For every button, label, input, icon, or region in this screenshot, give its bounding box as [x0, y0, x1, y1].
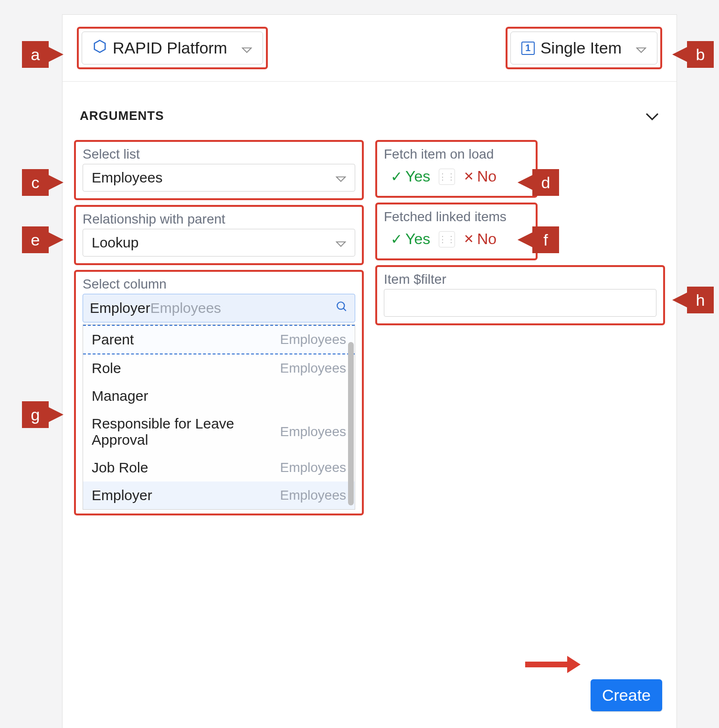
dropdown-item-employer[interactable]: Employer Employees: [83, 482, 355, 509]
arrow-right-icon: [48, 407, 63, 422]
option-label: Employer: [92, 487, 152, 503]
chevron-down-icon: [645, 106, 659, 126]
svg-marker-2: [637, 48, 645, 52]
annotation-b: b: [672, 41, 714, 68]
field-label: Fetch item on load: [384, 147, 529, 162]
field-label: Item $filter: [384, 272, 656, 287]
item-filter-input[interactable]: [384, 289, 656, 317]
annotation-e: e: [22, 226, 63, 253]
dropdown-item-role[interactable]: Role Employees: [83, 354, 355, 382]
cross-icon: ✕: [464, 232, 474, 246]
field-label: Fetched linked items: [384, 209, 529, 225]
item-type-selector-outline: 1 Single Item: [506, 27, 662, 69]
no-label: No: [477, 168, 497, 185]
column-dropdown: Parent Employees Role Employees Manager: [83, 324, 355, 510]
item-type-selector[interactable]: 1 Single Item: [510, 32, 657, 64]
chevron-down-icon: [336, 170, 346, 186]
drag-handle-icon[interactable]: ⋮⋮: [439, 169, 455, 185]
annotation-label: a: [22, 41, 49, 68]
hexagon-icon: [93, 39, 107, 57]
yesno-toggle: ✓ Yes ⋮⋮ ✕ No: [384, 226, 529, 252]
fetched-linked-field: Fetched linked items ✓ Yes ⋮⋮ ✕ No: [375, 203, 538, 260]
arrow-right-icon: [48, 47, 63, 62]
config-panel: RAPID Platform 1 Single Item ARGUMENTS: [62, 14, 677, 728]
yesno-toggle: ✓ Yes ⋮⋮ ✕ No: [384, 164, 529, 189]
create-button[interactable]: Create: [591, 679, 662, 711]
left-column: Select list Employees Relationship with …: [74, 140, 364, 515]
select-column-search[interactable]: EmployerEmployees: [83, 294, 355, 322]
platform-selector-outline: RAPID Platform: [77, 27, 268, 69]
yes-option[interactable]: ✓ Yes: [391, 230, 430, 248]
form-area: Select list Employees Relationship with …: [63, 140, 677, 515]
search-icon: [336, 300, 348, 316]
fetch-on-load-field: Fetch item on load ✓ Yes ⋮⋮ ✕ No: [375, 140, 538, 198]
right-column: Fetch item on load ✓ Yes ⋮⋮ ✕ No: [375, 140, 665, 515]
svg-marker-4: [337, 242, 345, 246]
field-label: Select column: [83, 277, 355, 292]
option-sublabel: Employees: [280, 332, 346, 347]
svg-marker-3: [337, 177, 345, 181]
annotation-label: b: [687, 41, 714, 68]
option-label: Parent: [92, 332, 134, 348]
platform-selector[interactable]: RAPID Platform: [82, 32, 263, 64]
yes-label: Yes: [405, 168, 430, 185]
relationship-value: Lookup: [92, 235, 138, 251]
search-hint-text: Employees: [150, 300, 221, 316]
arrow-right-icon: [48, 175, 63, 190]
chevron-down-icon: [336, 235, 346, 251]
item-type-label: Single Item: [540, 39, 622, 57]
option-sublabel: Employees: [280, 424, 346, 439]
no-option[interactable]: ✕ No: [464, 168, 497, 185]
select-list-dropdown[interactable]: Employees: [83, 164, 355, 192]
option-label: Role: [92, 360, 121, 376]
option-sublabel: Employees: [280, 460, 346, 475]
annotation-g: g: [22, 401, 63, 428]
panel-header: RAPID Platform 1 Single Item: [63, 15, 677, 82]
svg-marker-0: [95, 41, 106, 53]
yes-option[interactable]: ✓ Yes: [391, 168, 430, 185]
option-sublabel: Employees: [280, 488, 346, 503]
platform-label: RAPID Platform: [113, 39, 227, 57]
annotation-label: g: [22, 401, 49, 428]
check-icon: ✓: [391, 231, 402, 247]
option-label: Responsible for Leave Approval: [92, 416, 254, 448]
option-sublabel: Employees: [280, 361, 346, 376]
scrollbar[interactable]: [348, 342, 354, 505]
svg-marker-1: [243, 48, 251, 52]
arrow-right-icon: [48, 232, 63, 247]
annotation-label: c: [22, 169, 49, 196]
dropdown-item-responsible[interactable]: Responsible for Leave Approval Employees: [83, 410, 355, 454]
annotation-label: h: [687, 287, 714, 313]
dropdown-item-manager[interactable]: Manager: [83, 382, 355, 410]
annotation-a: a: [22, 41, 63, 68]
no-label: No: [477, 230, 497, 248]
dropdown-item-jobrole[interactable]: Job Role Employees: [83, 454, 355, 482]
annotation-label: e: [22, 226, 49, 253]
select-list-field: Select list Employees: [74, 140, 364, 200]
relationship-dropdown[interactable]: Lookup: [83, 229, 355, 257]
cross-icon: ✕: [464, 169, 474, 184]
chevron-down-icon: [242, 39, 252, 57]
svg-line-6: [343, 308, 346, 310]
item-filter-field: Item $filter: [375, 265, 665, 325]
svg-point-5: [337, 302, 344, 309]
field-label: Relationship with parent: [83, 212, 355, 227]
check-icon: ✓: [391, 168, 402, 185]
yes-label: Yes: [405, 230, 430, 248]
select-column-field: Select column EmployerEmployees Parent E…: [74, 270, 364, 515]
arguments-title: ARGUMENTS: [80, 108, 164, 123]
drag-handle-icon[interactable]: ⋮⋮: [439, 231, 455, 247]
option-label: Job Role: [92, 460, 148, 476]
field-label: Select list: [83, 147, 355, 162]
select-list-value: Employees: [92, 170, 162, 186]
arguments-header-row[interactable]: ARGUMENTS: [63, 82, 677, 140]
dropdown-item-parent[interactable]: Parent Employees: [83, 325, 355, 354]
single-item-icon: 1: [521, 42, 535, 55]
chevron-down-icon: [636, 39, 646, 57]
annotation-h: h: [672, 287, 714, 313]
relationship-field: Relationship with parent Lookup: [74, 205, 364, 265]
search-typed-text: Employer: [90, 300, 150, 316]
option-label: Manager: [92, 388, 148, 404]
no-option[interactable]: ✕ No: [464, 230, 497, 248]
annotation-c: c: [22, 169, 63, 196]
